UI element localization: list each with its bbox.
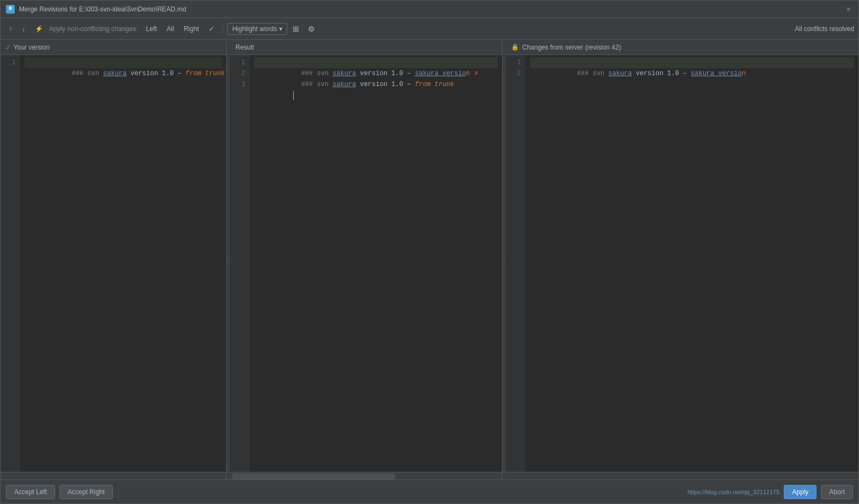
- grid-icon: ⊞: [293, 25, 299, 33]
- dropdown-arrow-icon: ▾: [279, 25, 282, 33]
- close-button[interactable]: ✕: [844, 2, 853, 16]
- sakura-word: sakura: [103, 70, 126, 77]
- middle-code-line-2: ### svn sakura version 1.0 – from trunk: [254, 68, 498, 79]
- apply-all-button[interactable]: All: [163, 23, 178, 35]
- panel-middle-title: Result: [235, 44, 254, 51]
- left-line-numbers: 1: [1, 55, 20, 472]
- panel-left-content[interactable]: 1 ### svn sakura version 1.0 – from trun…: [1, 55, 226, 472]
- check-icon: ✓: [209, 25, 214, 33]
- window-title: Merge Revisions for E:\003-svn-idea\SvnD…: [19, 5, 844, 13]
- line-num-1: 1: [1, 57, 16, 68]
- highlight-words-label: Highlight words: [232, 25, 277, 33]
- right-scrollbar[interactable]: [506, 472, 858, 479]
- line-num-1: 1: [230, 57, 245, 68]
- action-bar: Accept Left Accept Right https://blog.cs…: [1, 479, 858, 503]
- middle-line-numbers: 1 2 3: [230, 55, 250, 472]
- apply-left-button[interactable]: Left: [142, 23, 161, 35]
- next-conflict-button[interactable]: ↓: [18, 23, 29, 35]
- grid-icon-button[interactable]: ⊞: [289, 22, 303, 35]
- up-arrow-icon: ↑: [9, 25, 12, 33]
- middle-code-line-1: ### svn sakura version 1.0 – sakura_vers…: [254, 57, 498, 68]
- left-code-line-1: ### svn sakura version 1.0 – from trunk: [25, 57, 222, 68]
- panels-container: ✓ Your version 1 ### svn sakura version …: [1, 40, 858, 479]
- right-code-area[interactable]: ### svn sakura version 1.0 – sakura_vers…: [525, 55, 858, 472]
- panel-left-header: ✓ Your version: [1, 40, 226, 55]
- toolbar: ↑ ↓ ⚡ Apply non-conflicting changes: Lef…: [1, 18, 858, 40]
- magic-icon: ⚡: [35, 25, 43, 33]
- panel-right-title: Changes from server (revision 42): [522, 44, 621, 51]
- accept-left-button[interactable]: Accept Left: [6, 485, 55, 499]
- left-code-area[interactable]: ### svn sakura version 1.0 – from trunk: [20, 55, 226, 472]
- middle-scrollbar-track[interactable]: [232, 473, 395, 479]
- lock-icon: 🔒: [511, 44, 519, 51]
- panel-right-content[interactable]: 1 2 ### svn sakura version 1.0 – sakura_…: [506, 55, 858, 472]
- accepted-check-icon: ✓: [6, 43, 10, 52]
- check-button[interactable]: ✓: [205, 23, 218, 35]
- apply-non-conflicting-label: Apply non-conflicting changes:: [49, 25, 138, 33]
- panel-left-title: Your version: [14, 44, 50, 51]
- url-text: https://blog.csdn.net/qq_32112175: [687, 489, 779, 495]
- line-num-1: 1: [506, 57, 521, 68]
- magic-button[interactable]: ⚡: [31, 23, 47, 35]
- action-bar-left: Accept Left Accept Right: [6, 485, 113, 499]
- all-conflicts-resolved-label: All conflicts resolved: [795, 25, 854, 33]
- line-num-3: 3: [230, 79, 245, 90]
- line-num-2: 2: [230, 68, 245, 79]
- abort-button[interactable]: Abort: [821, 485, 853, 499]
- prev-conflict-button[interactable]: ↑: [5, 23, 16, 35]
- middle-scrollbar[interactable]: [230, 472, 502, 479]
- middle-code-area[interactable]: ### svn sakura version 1.0 – sakura_vers…: [250, 55, 502, 472]
- title-bar: M Merge Revisions for E:\003-svn-idea\Sv…: [1, 1, 858, 18]
- line-num-2: 2: [506, 68, 521, 79]
- hash-text: ### svn: [71, 70, 103, 77]
- left-scrollbar[interactable]: [1, 472, 226, 479]
- accept-right-button[interactable]: Accept Right: [59, 485, 113, 499]
- app-icon: M: [6, 5, 15, 14]
- settings-icon-button[interactable]: ⚙: [305, 22, 318, 35]
- action-bar-right: https://blog.csdn.net/qq_32112175 Apply …: [687, 485, 853, 499]
- panel-right: 🔒 Changes from server (revision 42) 1 2 …: [506, 40, 858, 479]
- panel-right-header: 🔒 Changes from server (revision 42): [506, 40, 858, 55]
- merge-window: M Merge Revisions for E:\003-svn-idea\Sv…: [0, 0, 859, 504]
- apply-right-button[interactable]: Right: [180, 23, 203, 35]
- down-arrow-icon: ↓: [22, 25, 25, 33]
- panel-middle-header: Result: [230, 40, 502, 55]
- gear-icon: ⚙: [308, 25, 315, 33]
- right-line-numbers: 1 2: [506, 55, 525, 472]
- separator-1: [222, 23, 223, 34]
- apply-button[interactable]: Apply: [784, 485, 816, 499]
- highlight-words-dropdown[interactable]: Highlight words ▾: [227, 23, 287, 35]
- panel-middle: Result 1 2 3 ### svn sakura version 1.0 …: [230, 40, 503, 479]
- panel-left: ✓ Your version 1 ### svn sakura version …: [1, 40, 227, 479]
- panel-middle-content[interactable]: 1 2 3 ### svn sakura version 1.0 – sakur…: [230, 55, 502, 472]
- right-code-line-1: ### svn sakura version 1.0 – sakura_vers…: [530, 57, 854, 68]
